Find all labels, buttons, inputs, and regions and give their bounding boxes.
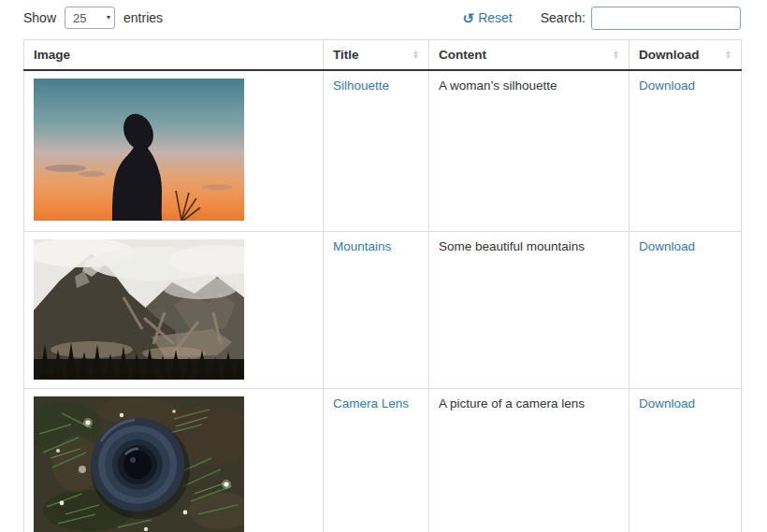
- title-cell: Mountains: [324, 231, 429, 388]
- column-header-title[interactable]: Title ▲▼: [324, 40, 429, 71]
- page-length-control: Show 25 ▾ entries: [23, 7, 163, 29]
- show-label: Show: [23, 10, 56, 25]
- title-link[interactable]: Mountains: [333, 239, 391, 253]
- download-cell: Download: [630, 231, 742, 388]
- search-label: Search:: [541, 10, 586, 25]
- download-link[interactable]: Download: [639, 239, 695, 253]
- page: Show 25 ▾ entries ↺ Reset Search:: [0, 0, 741, 532]
- title-cell: Camera Lens: [324, 388, 429, 532]
- title-link[interactable]: Silhouette: [333, 79, 389, 93]
- sort-icon: ▲▼: [412, 50, 419, 59]
- content-cell: A picture of a camera lens: [429, 388, 630, 532]
- page-length-select[interactable]: 25: [65, 7, 115, 29]
- silhouette-photo: [34, 79, 244, 221]
- table-row: Mountains Some beautiful mountains Downl…: [24, 231, 742, 388]
- header-row: Image Title ▲▼ Content ▲▼ Download ▲▼: [24, 40, 742, 71]
- download-link[interactable]: Download: [639, 396, 695, 410]
- download-link[interactable]: Download: [639, 79, 695, 93]
- column-label: Download: [639, 48, 700, 62]
- title-cell: Silhouette: [324, 70, 429, 231]
- camera-lens-photo: [34, 396, 244, 532]
- image-cell: [24, 70, 324, 231]
- table-controls: Show 25 ▾ entries ↺ Reset Search:: [23, 5, 741, 31]
- table-row: Silhouette A woman’s silhouette Download: [24, 70, 742, 231]
- column-label: Content: [439, 48, 486, 62]
- image-cell: [24, 388, 324, 532]
- title-link[interactable]: Camera Lens: [333, 396, 409, 410]
- content-cell: A woman’s silhouette: [429, 70, 630, 231]
- sort-icon: ▲▼: [725, 50, 731, 59]
- download-cell: Download: [630, 70, 742, 231]
- download-cell: Download: [630, 388, 742, 532]
- images-table: Image Title ▲▼ Content ▲▼ Download ▲▼: [23, 39, 742, 532]
- search-input[interactable]: [591, 7, 741, 30]
- reset-button[interactable]: ↺ Reset: [463, 10, 513, 25]
- column-header-content[interactable]: Content ▲▼: [429, 40, 630, 71]
- table-row: Camera Lens A picture of a camera lens D…: [24, 388, 742, 532]
- sort-icon: ▲▼: [613, 50, 619, 59]
- column-label: Title: [333, 48, 359, 62]
- mountains-photo: [34, 239, 244, 380]
- column-header-download[interactable]: Download ▲▼: [630, 40, 742, 71]
- image-cell: [24, 231, 324, 388]
- reset-label: Reset: [478, 10, 513, 25]
- content-cell: Some beautiful mountains: [429, 231, 630, 388]
- column-header-image: Image: [24, 40, 324, 71]
- controls-right: ↺ Reset Search:: [463, 7, 741, 30]
- reset-icon: ↺: [463, 11, 475, 25]
- entries-label: entries: [123, 10, 163, 25]
- search-control: Search:: [541, 7, 741, 30]
- page-length-select-wrap: 25 ▾: [65, 7, 115, 29]
- column-label: Image: [34, 48, 70, 62]
